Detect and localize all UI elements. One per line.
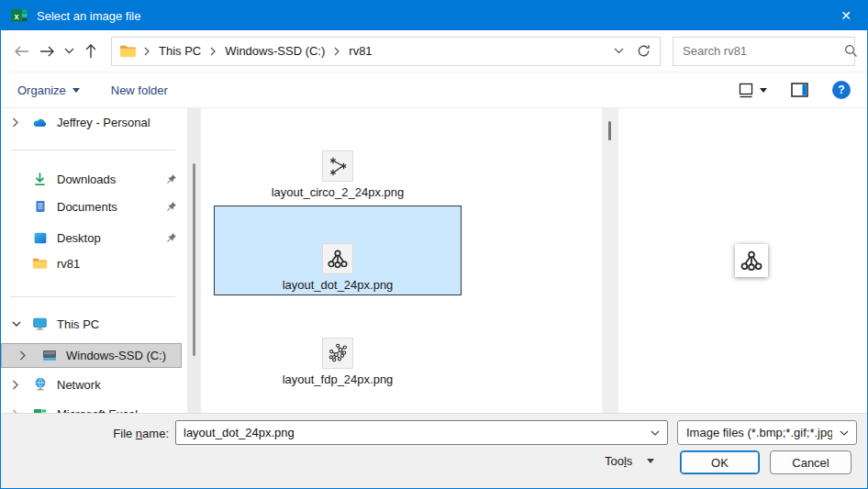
search-icon [844,44,858,58]
list-scrollbar-thumb[interactable] [608,121,611,140]
excel-app-icon: x [11,7,28,24]
breadcrumb-separator-icon [137,47,157,56]
file-dialog-window: x Select an image file ✕ [0,0,868,489]
back-arrow-icon [14,45,29,58]
recent-locations-button[interactable] [60,38,78,65]
sidebar-divider [10,296,175,297]
sidebar-item-network[interactable]: Network [1,372,184,396]
downloads-icon [32,172,48,186]
file-name-label: layout_dot_24px.png [283,278,394,292]
file-item-circo[interactable]: layout_circo_2_24px.png [214,150,462,202]
sidebar-item-label: Documents [57,200,117,214]
up-button[interactable] [78,38,104,65]
chevron-down-icon[interactable] [643,430,667,436]
pin-icon [165,201,177,213]
cancel-label: Cancel [792,456,829,470]
graph-circo-icon [322,150,353,182]
preview-image [735,244,768,277]
sidebar-item-label: Downloads [57,172,116,186]
hard-drive-icon [41,350,57,361]
sidebar-item-this-pc[interactable]: This PC [1,312,184,336]
sidebar-divider [10,150,175,150]
sidebar-item-windows-ssd[interactable]: Windows-SSD (C:) [1,343,182,368]
chevron-right-icon [12,117,21,128]
ok-button[interactable]: OK [680,450,760,474]
sidebar-scrollbar-track[interactable] [187,108,201,413]
chevron-right-icon [12,380,21,390]
sidebar-item-microsoft-excel[interactable]: Microsoft Excel [1,402,184,413]
file-type-select[interactable]: Image files (*.bmp;*.gif;*.jpg;*.j [677,420,857,445]
graph-dot-preview-icon [740,249,763,272]
organize-button[interactable]: Organize [17,83,80,97]
forward-button[interactable] [34,38,60,65]
file-type-value: Image files (*.bmp;*.gif;*.jpg;*.j [686,426,832,439]
sidebar-item-label: rv81 [57,257,80,271]
sidebar-item-onedrive[interactable]: Jeffrey - Personal [1,110,184,134]
help-button[interactable]: ? [832,81,851,99]
svg-text:x: x [14,12,18,21]
chevron-down-icon [12,321,21,328]
preview-pane [618,108,867,413]
tools-label: Tools [605,454,632,468]
breadcrumb-drive[interactable]: Windows-SSD (C:) [223,42,327,60]
list-scrollbar-track[interactable] [602,108,618,413]
views-button[interactable] [738,83,767,98]
chevron-right-icon [19,350,28,361]
close-icon: ✕ [840,8,851,23]
navigation-pane: Jeffrey - Personal Downloads [1,108,201,413]
file-name-label: layout_circo_2_24px.png [272,185,405,199]
sidebar-item-downloads[interactable]: Downloads [1,167,184,191]
sidebar-item-documents[interactable]: Documents [1,194,184,218]
forward-arrow-icon [39,45,55,58]
file-list: layout_circo_2_24px.png [201,108,602,413]
documents-icon [32,199,48,214]
file-item-dot-selected[interactable]: layout_dot_24px.png [214,206,462,295]
back-button[interactable] [8,38,34,65]
new-folder-label: New folder [111,83,168,97]
search-input[interactable] [683,44,844,58]
preview-pane-button[interactable] [791,83,808,97]
chevron-down-icon [760,88,767,93]
up-arrow-icon [84,43,97,59]
breadcrumb-folder[interactable]: rv81 [347,42,373,60]
sidebar-item-label: Windows-SSD (C:) [66,349,166,362]
new-folder-button[interactable]: New folder [111,83,168,97]
sidebar-scrollbar-thumb[interactable] [193,163,195,356]
folder-icon [32,257,48,270]
file-name-label: layout_fdp_24px.png [283,372,394,386]
thumbnail-view-icon [738,83,754,98]
address-bar[interactable]: This PC Windows-SSD (C:) rv81 [111,37,661,66]
graph-fdp-icon [322,338,353,369]
ok-label: OK [711,456,729,470]
search-box[interactable] [673,37,855,66]
chevron-down-icon [647,459,654,463]
cancel-button[interactable]: Cancel [770,450,851,474]
preview-pane-icon [791,83,808,97]
navigation-bar: This PC Windows-SSD (C:) rv81 [1,30,867,72]
dialog-main-area: Jeffrey - Personal Downloads [1,108,867,413]
desktop-icon [32,231,48,245]
file-item-fdp[interactable]: layout_fdp_24px.png [214,338,462,389]
tools-button[interactable]: Tools [605,454,654,468]
address-dropdown-button[interactable] [614,48,624,54]
close-button[interactable]: ✕ [825,1,867,30]
pin-icon [165,232,177,244]
sidebar-item-label: Desktop [57,231,101,245]
sidebar-item-label: This PC [57,317,99,331]
chevron-down-icon [72,88,80,93]
sidebar-item-desktop[interactable]: Desktop [1,226,184,250]
pin-icon [165,173,177,185]
question-mark-icon: ? [838,83,844,96]
sidebar-item-label: Jeffrey - Personal [57,116,150,129]
network-icon [32,377,48,392]
onedrive-cloud-icon [32,117,48,128]
command-toolbar: Organize New folder [1,72,867,108]
organize-label: Organize [17,83,66,97]
breadcrumb-this-pc[interactable]: This PC [157,42,203,60]
titlebar: x Select an image file ✕ [1,1,867,30]
file-name-combo[interactable] [175,420,668,445]
refresh-button[interactable] [637,44,651,58]
file-name-input[interactable] [176,426,643,439]
file-name-field-label: File name: [1,427,169,440]
sidebar-item-rv81[interactable]: rv81 [1,251,184,275]
